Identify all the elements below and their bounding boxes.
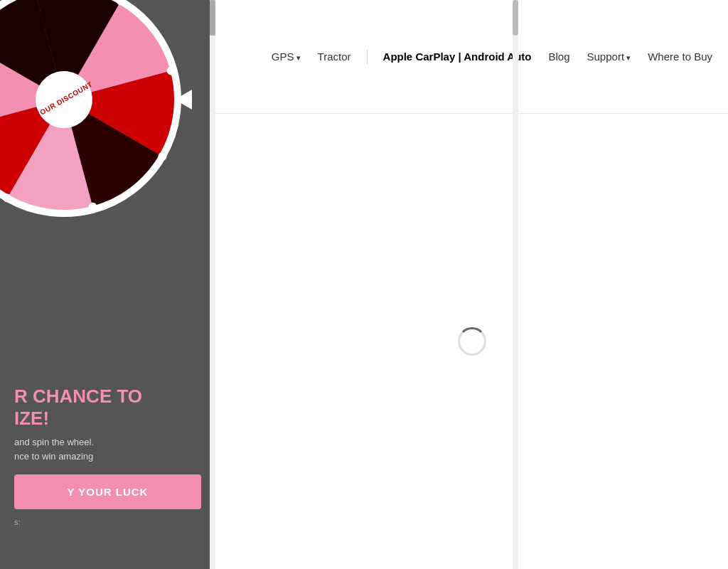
nav-item-gps[interactable]: GPS (270, 47, 302, 66)
main-content (215, 114, 728, 569)
popup-heading-highlight: IZE (14, 408, 43, 429)
popup-scrollbar[interactable] (210, 0, 215, 569)
nav-item-blog[interactable]: Blog (547, 47, 571, 66)
wheel-pointer (175, 90, 192, 110)
spin-wheel-container: YOUR DISCOUNT (0, 0, 185, 220)
nav-item-tractor[interactable]: Tractor (316, 47, 353, 66)
scrollbar-track[interactable] (513, 0, 518, 569)
scrollbar-thumb[interactable] (513, 0, 518, 36)
popup-overlay: YOUR DISCOUNT R CHANCE TO IZE! and spin … (0, 0, 215, 569)
popup-scrollbar-thumb[interactable] (210, 0, 215, 36)
nav-divider (367, 50, 368, 64)
spin-wheel (0, 0, 212, 248)
spin-button[interactable]: Y YOUR LUCK (14, 474, 201, 509)
nav-item-carplay[interactable]: Apple CarPlay | Android Auto (382, 47, 533, 66)
popup-heading: R CHANCE TO IZE! (14, 385, 201, 430)
popup-heading-suffix: ! (43, 408, 49, 429)
popup-subtext: and spin the wheel. nce to win amazing (14, 435, 201, 463)
popup-subtext-line1: and spin the wheel. (14, 437, 94, 447)
popup-heading-line1: R CHANCE TO (14, 385, 142, 407)
loading-spinner (458, 327, 486, 356)
nav-item-where-to-buy[interactable]: Where to Buy (646, 47, 714, 66)
popup-footer: s: (14, 518, 201, 526)
nav-item-support[interactable]: Support (586, 47, 633, 66)
popup-subtext-line2: nce to win amazing (14, 451, 93, 462)
main-nav: GPS Tractor Apple CarPlay | Android Auto… (270, 47, 714, 66)
popup-text-area: R CHANCE TO IZE! and spin the wheel. nce… (0, 385, 215, 526)
